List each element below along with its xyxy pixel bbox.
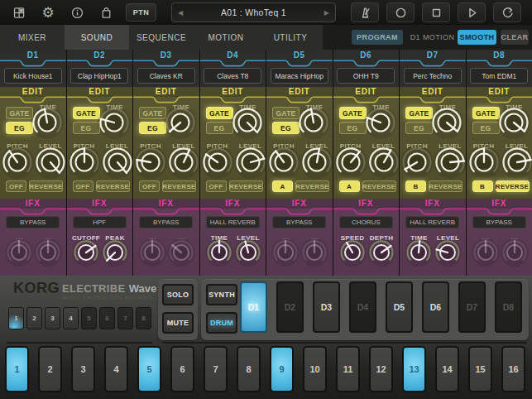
reverse-button[interactable]: REVERSE [362, 180, 396, 192]
ifx-param1-knob[interactable] [137, 238, 167, 267]
ifx-param1-knob[interactable] [71, 238, 101, 267]
step-button-16[interactable]: 16 [501, 346, 525, 392]
metronome-button[interactable] [351, 2, 379, 22]
ifx-select-button[interactable]: BYPASS [472, 216, 526, 228]
part-button-7[interactable]: 7 [117, 307, 133, 329]
window-icon[interactable] [10, 4, 28, 21]
ifx-param2-knob[interactable] [433, 238, 463, 267]
drum-pad-D1[interactable]: D1 [240, 281, 267, 333]
mute-button[interactable]: MUTE [162, 312, 194, 334]
tab-utility[interactable]: UTILITY [258, 25, 323, 50]
pitch-knob[interactable] [133, 145, 168, 180]
step-button-12[interactable]: 12 [369, 346, 393, 392]
time-knob[interactable] [97, 105, 132, 140]
step-button-6[interactable]: 6 [170, 346, 194, 392]
ifx-param1-knob[interactable] [404, 238, 434, 267]
pitch-knob[interactable] [400, 145, 434, 180]
step-button-13[interactable]: 13 [402, 346, 426, 392]
step-button-1[interactable]: 1 [5, 346, 29, 392]
drum-pad-D5[interactable]: D5 [386, 281, 413, 333]
level-knob[interactable] [100, 145, 135, 180]
part-button-1[interactable]: 1 [8, 307, 24, 329]
record-button[interactable] [386, 2, 415, 22]
info-icon[interactable] [68, 4, 86, 21]
tab-sequence[interactable]: SEQUENCE [129, 25, 194, 50]
ifx-select-button[interactable]: BYPASS [6, 216, 60, 228]
groove-type-button[interactable]: B [472, 180, 493, 192]
step-button-7[interactable]: 7 [204, 346, 228, 392]
groove-type-button[interactable]: OFF [206, 180, 227, 192]
ifx-param2-knob[interactable] [233, 238, 263, 267]
reverse-button[interactable]: REVERSE [295, 180, 329, 192]
ifx-param2-knob[interactable] [367, 238, 396, 267]
shop-bag-icon[interactable] [97, 4, 115, 21]
step-button-3[interactable]: 3 [71, 346, 95, 392]
smooth-button[interactable]: SMOOTH [458, 30, 496, 45]
ifx-param2-knob[interactable] [300, 238, 329, 267]
groove-type-button[interactable]: A [272, 180, 293, 192]
ifx-param2-knob[interactable] [500, 238, 530, 267]
time-knob[interactable] [30, 105, 65, 140]
drum-button[interactable]: DRUM [206, 312, 237, 334]
part-button-6[interactable]: 6 [99, 307, 115, 329]
part-button-3[interactable]: 3 [45, 307, 60, 329]
program-button[interactable]: PROGRAM [352, 30, 403, 45]
ptn-button[interactable]: PTN [126, 3, 156, 22]
level-knob[interactable] [233, 145, 268, 180]
drum-pad-D6[interactable]: D6 [422, 281, 449, 333]
tab-motion[interactable]: MOTION [194, 25, 258, 50]
step-button-8[interactable]: 8 [237, 346, 261, 392]
ifx-select-button[interactable]: CHORUS [339, 216, 393, 228]
play-button[interactable] [458, 2, 486, 22]
sound-select-button[interactable]: Kick House1 [4, 68, 62, 84]
part-button-2[interactable]: 2 [26, 307, 42, 329]
time-knob[interactable] [429, 105, 464, 140]
step-button-11[interactable]: 11 [336, 346, 360, 392]
time-knob[interactable] [230, 105, 265, 140]
reverse-button[interactable]: REVERSE [429, 180, 463, 192]
step-button-2[interactable]: 2 [38, 346, 62, 392]
level-knob[interactable] [433, 145, 467, 180]
ifx-param1-knob[interactable] [271, 238, 300, 267]
groove-type-button[interactable]: OFF [139, 180, 160, 192]
time-knob[interactable] [296, 105, 331, 140]
groove-type-button[interactable]: A [339, 180, 360, 192]
drum-pad-D3[interactable]: D3 [313, 281, 340, 333]
time-knob[interactable] [163, 105, 198, 140]
ifx-param2-knob[interactable] [166, 238, 196, 267]
ifx-select-button[interactable]: HPF [73, 216, 127, 228]
stop-button[interactable] [422, 2, 450, 22]
ifx-select-button[interactable]: BYPASS [139, 216, 193, 228]
groove-type-button[interactable]: B [405, 180, 426, 192]
reverse-button[interactable]: REVERSE [229, 180, 263, 192]
sound-select-button[interactable]: Tom EDM1 [470, 68, 528, 84]
level-knob[interactable] [367, 145, 401, 180]
ifx-select-button[interactable]: BYPASS [272, 216, 326, 228]
groove-type-button[interactable]: OFF [73, 180, 93, 192]
drum-pad-D4[interactable]: D4 [349, 281, 376, 333]
level-knob[interactable] [300, 145, 334, 180]
step-button-5[interactable]: 5 [137, 346, 161, 392]
settings-icon[interactable]: ⚙ [39, 4, 57, 21]
tab-mixer[interactable]: MIXER [0, 25, 65, 50]
ifx-param1-knob[interactable] [471, 238, 501, 267]
clear-button[interactable]: CLEAR [501, 30, 529, 45]
level-knob[interactable] [500, 145, 532, 180]
step-button-14[interactable]: 14 [435, 346, 459, 392]
pitch-knob[interactable] [333, 145, 368, 180]
reverse-button[interactable]: REVERSE [162, 180, 196, 192]
ifx-select-button[interactable]: HALL REVERB [405, 216, 459, 228]
sound-select-button[interactable]: Clap HipHop1 [70, 68, 128, 84]
loop-button[interactable] [493, 2, 521, 22]
pitch-knob[interactable] [0, 145, 35, 180]
part-button-5[interactable]: 5 [81, 307, 97, 329]
ifx-param2-knob[interactable] [100, 238, 130, 267]
pitch-knob[interactable] [266, 145, 301, 180]
step-button-4[interactable]: 4 [104, 346, 128, 392]
ifx-param1-knob[interactable] [204, 238, 234, 267]
ifx-select-button[interactable]: HALL REVERB [206, 216, 260, 228]
level-knob[interactable] [166, 145, 201, 180]
step-button-15[interactable]: 15 [468, 346, 492, 392]
pitch-knob[interactable] [467, 145, 501, 180]
part-button-8[interactable]: 8 [136, 307, 151, 329]
